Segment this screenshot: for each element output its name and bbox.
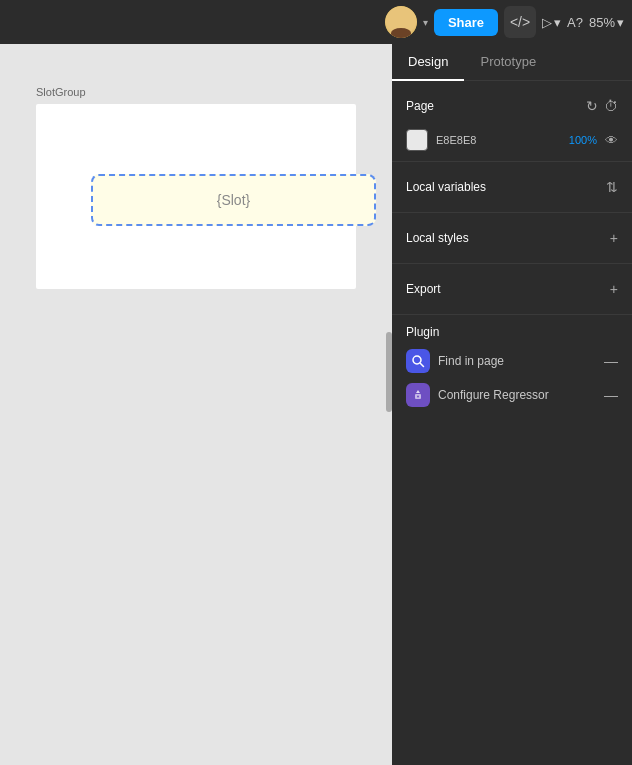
main-area: SlotGroup {Slot} Design Prototype Page ↻… — [0, 44, 632, 765]
refresh-icon[interactable]: ↻ — [586, 98, 598, 114]
export-title: Export — [406, 282, 441, 296]
plugin-find-in-page: Find in page — — [406, 349, 618, 373]
avatar-chevron-icon[interactable]: ▾ — [423, 17, 428, 28]
plugin-section: Plugin Find in page — — [392, 315, 632, 427]
local-styles-section: Local styles + — [392, 213, 632, 264]
svg-line-1 — [421, 364, 424, 367]
canvas[interactable]: SlotGroup {Slot} — [0, 44, 392, 765]
zoom-chevron-icon: ▾ — [617, 15, 624, 30]
local-variables-title: Local variables — [406, 180, 486, 194]
avatar[interactable] — [385, 6, 417, 38]
local-styles-header: Local styles + — [406, 223, 618, 253]
variables-settings-icon[interactable]: ⇅ — [606, 179, 618, 195]
font-icon: A? — [567, 15, 583, 30]
scrollbar[interactable] — [386, 332, 392, 412]
configure-regressor-collapse-icon[interactable]: — — [604, 387, 618, 403]
code-button[interactable]: </> — [504, 6, 536, 38]
configure-regressor-icon — [406, 383, 430, 407]
color-opacity-value: 100% — [569, 134, 597, 146]
page-section-title: Page — [406, 99, 434, 113]
plugin-item-left-2: Configure Regressor — [406, 383, 549, 407]
plugin-configure-regressor: Configure Regressor — — [406, 383, 618, 407]
tab-prototype[interactable]: Prototype — [464, 44, 552, 81]
export-add-icon[interactable]: + — [610, 281, 618, 297]
color-swatch[interactable] — [406, 129, 428, 151]
local-styles-add-icon[interactable]: + — [610, 230, 618, 246]
slot-text: {Slot} — [217, 192, 250, 208]
page-section-header: Page ↻ ⏱ — [406, 91, 618, 121]
zoom-label: 85% — [589, 15, 615, 30]
avatar-image — [385, 6, 417, 38]
find-in-page-label: Find in page — [438, 354, 504, 368]
play-chevron-icon: ▾ — [554, 15, 561, 30]
slot-element[interactable]: {Slot} — [91, 174, 376, 226]
code-icon: </> — [510, 14, 530, 30]
right-panel: Design Prototype Page ↻ ⏱ E8E8E8 100% 👁 — [392, 44, 632, 765]
tab-design[interactable]: Design — [392, 44, 464, 81]
panel-tabs: Design Prototype — [392, 44, 632, 81]
page-color-row: E8E8E8 100% 👁 — [406, 129, 618, 151]
plugin-section-title: Plugin — [406, 325, 618, 339]
slot-group-label: SlotGroup — [36, 86, 86, 98]
page-icons: ↻ ⏱ — [586, 98, 618, 114]
local-variables-header: Local variables ⇅ — [406, 172, 618, 202]
configure-regressor-label: Configure Regressor — [438, 388, 549, 402]
page-section: Page ↻ ⏱ E8E8E8 100% 👁 — [392, 81, 632, 162]
svg-point-3 — [417, 396, 419, 398]
slot-frame: {Slot} — [36, 104, 356, 289]
share-button[interactable]: Share — [434, 9, 498, 36]
svg-point-0 — [413, 356, 421, 364]
zoom-button[interactable]: 85% ▾ — [589, 15, 624, 30]
play-icon: ▷ — [542, 15, 552, 30]
local-styles-title: Local styles — [406, 231, 469, 245]
color-hex-value: E8E8E8 — [436, 134, 561, 146]
plugin-item-left: Find in page — [406, 349, 504, 373]
local-variables-section: Local variables ⇅ — [392, 162, 632, 213]
topbar: ▾ Share </> ▷ ▾ A? 85% ▾ — [0, 0, 632, 44]
font-button[interactable]: A? — [567, 15, 583, 30]
find-in-page-collapse-icon[interactable]: — — [604, 353, 618, 369]
play-button[interactable]: ▷ ▾ — [542, 15, 561, 30]
eye-icon[interactable]: 👁 — [605, 133, 618, 148]
export-header: Export + — [406, 274, 618, 304]
find-in-page-icon — [406, 349, 430, 373]
clock-icon[interactable]: ⏱ — [604, 98, 618, 114]
export-section: Export + — [392, 264, 632, 315]
